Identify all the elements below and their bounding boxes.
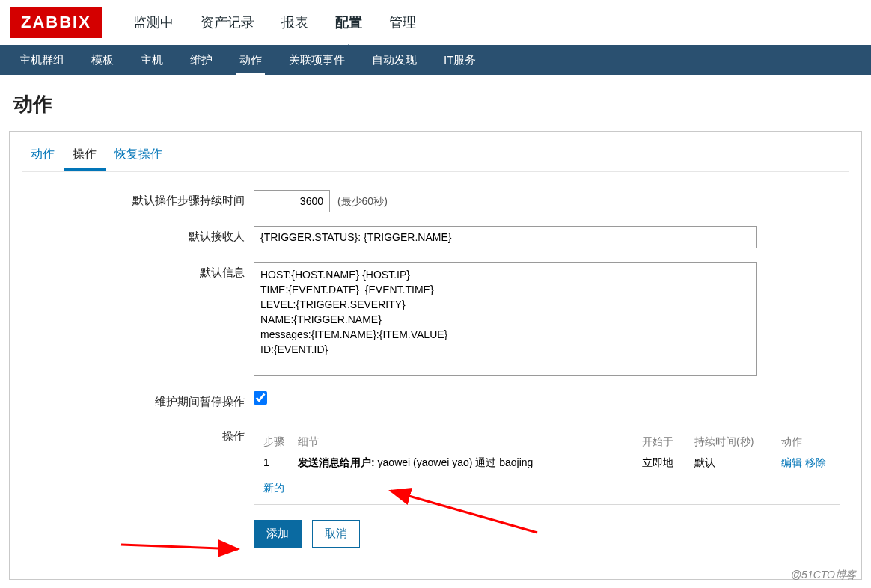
ops-row-act: 编辑 移除 [781,452,841,474]
sub-nav: 主机群组 模板 主机 维护 动作 关联项事件 自动发现 IT服务 [0,45,871,75]
label-operations: 操作 [22,426,254,447]
tab-recovery[interactable]: 恢复操作 [106,139,171,171]
tabs: 动作 操作 恢复操作 [10,132,861,171]
brand-logo[interactable]: ZABBIX [10,7,102,38]
label-pause-maintenance: 维护期间暂停操作 [22,391,254,412]
config-panel: 动作 操作 恢复操作 默认操作步骤持续时间 (最少60秒) 默认接收人 默认信息… [9,131,862,580]
nav-reports[interactable]: 报表 [268,0,322,45]
ops-hd-step: 步骤 [263,432,298,452]
nav-inventory[interactable]: 资产记录 [187,0,268,45]
subnav-hostgroups[interactable]: 主机群组 [6,45,78,75]
ops-row-dur: 默认 [694,452,781,474]
ops-row-detail: 发送消息给用户: yaowei (yaowei yao) 通过 baojing [298,452,642,474]
subnav-discovery[interactable]: 自动发现 [358,45,430,75]
hint-min60: (最少60秒) [337,195,388,207]
watermark: @51CTO博客 [791,569,856,580]
cancel-button[interactable]: 取消 [312,520,360,548]
input-step-duration[interactable] [254,190,330,212]
link-remove[interactable]: 移除 [805,456,826,468]
top-nav: 监测中 资产记录 报表 配置 管理 [120,0,430,45]
subnav-itservices[interactable]: IT服务 [430,45,489,75]
label-default-message: 默认信息 [22,262,254,283]
textarea-default-message[interactable] [254,262,757,376]
operations-box: 步骤 细节 开始于 持续时间(秒) 动作 1 发送消息给用户: yaowei (… [254,426,840,505]
page-title: 动作 [0,75,871,131]
subnav-templates[interactable]: 模板 [78,45,127,75]
ops-hd-act: 动作 [781,432,841,452]
subnav-eventcorr[interactable]: 关联项事件 [275,45,358,75]
ops-row-start: 立即地 [642,452,694,474]
nav-monitoring[interactable]: 监测中 [120,0,187,45]
subnav-actions[interactable]: 动作 [226,45,275,75]
checkbox-pause-maintenance[interactable] [254,391,267,405]
ops-row-step: 1 [263,452,298,474]
ops-hd-start: 开始于 [642,432,694,452]
link-new-operation[interactable]: 新的 [263,482,284,494]
tab-action[interactable]: 动作 [22,139,64,171]
ops-hd-detail: 细节 [298,432,642,452]
tab-operations[interactable]: 操作 [64,139,106,171]
label-default-subject: 默认接收人 [22,226,254,247]
subnav-maintenance[interactable]: 维护 [177,45,226,75]
nav-configuration[interactable]: 配置 [322,0,376,45]
ops-hd-dur: 持续时间(秒) [694,432,781,452]
input-default-subject[interactable] [254,226,757,248]
subnav-hosts[interactable]: 主机 [127,45,177,75]
label-step-duration: 默认操作步骤持续时间 [22,190,254,211]
link-edit[interactable]: 编辑 [781,456,802,468]
add-button[interactable]: 添加 [254,520,302,548]
nav-administration[interactable]: 管理 [376,0,430,45]
